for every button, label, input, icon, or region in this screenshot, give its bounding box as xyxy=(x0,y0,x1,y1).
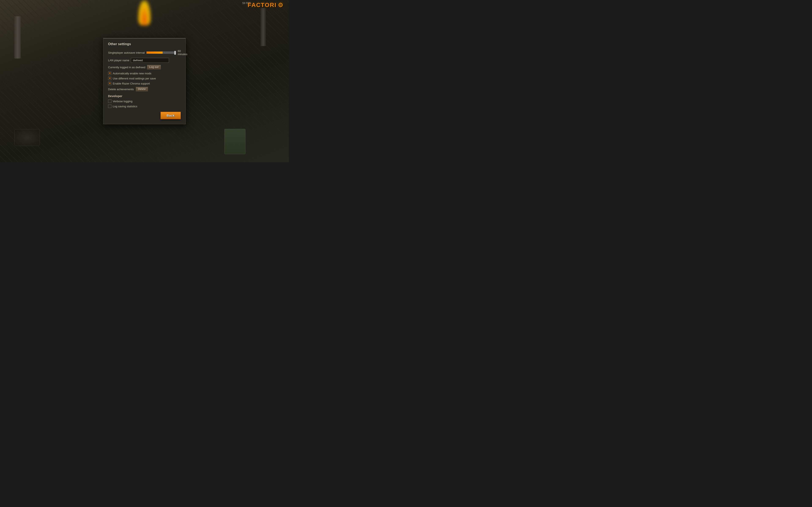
autosave-row: Singleplayer autosave interval 60 minute… xyxy=(108,49,181,56)
checkbox-razer-label: Enable Razer Chroma support xyxy=(113,82,150,85)
machine-decoration-right xyxy=(224,129,246,154)
autosave-slider-thumb xyxy=(174,51,176,55)
dialog-title: Other settings xyxy=(108,42,181,46)
autosave-slider-fill xyxy=(147,52,163,54)
logout-button[interactable]: Log out xyxy=(147,65,161,69)
lan-name-input[interactable] xyxy=(131,58,169,63)
checkbox-razer[interactable]: ✕ xyxy=(108,82,111,85)
delete-achievements-label: Delete achievements xyxy=(108,88,134,91)
logo-text: FACTORI xyxy=(248,2,276,8)
checkbox-auto-enable-label: Automatically enable new mods xyxy=(113,72,151,75)
logo-gear-icon: ⚙ xyxy=(278,2,285,8)
login-row: Currently logged in as dwfreed Log out xyxy=(108,65,181,69)
back-button[interactable]: Back xyxy=(160,112,181,119)
autosave-slider[interactable] xyxy=(146,51,176,54)
pipe-decoration-right xyxy=(260,8,266,46)
checkbox-row-auto-enable[interactable]: ✕ Automatically enable new mods xyxy=(108,72,181,75)
login-status-text: Currently logged in as dwfreed xyxy=(108,66,145,69)
checkbox-row-log-saving[interactable]: Log saving statistics xyxy=(108,105,181,108)
factorio-logo: FACTORI ⚙ xyxy=(248,2,285,8)
checkbox-verbose-label: Verbose logging xyxy=(113,100,133,103)
checkbox-row-mod-settings[interactable]: ✕ Use different mod settings per save xyxy=(108,77,181,80)
flame-effect xyxy=(138,0,151,25)
lan-name-row: LAN player name xyxy=(108,58,181,63)
other-settings-dialog: Other settings Singleplayer autosave int… xyxy=(103,38,186,124)
autosave-value: 60 minutes xyxy=(177,49,187,56)
checkbox-verbose[interactable] xyxy=(108,100,111,103)
checkbox-log-saving-label: Log saving statistics xyxy=(113,105,137,108)
developer-section-header: Developer xyxy=(108,95,181,98)
checkbox-log-saving[interactable] xyxy=(108,105,111,108)
autosave-label: Singleplayer autosave interval xyxy=(108,51,145,54)
checkbox-row-verbose[interactable]: Verbose logging xyxy=(108,100,181,103)
checkbox-mod-settings-label: Use different mod settings per save xyxy=(113,77,156,80)
back-button-row: Back xyxy=(108,112,181,119)
checkbox-mod-settings[interactable]: ✕ xyxy=(108,77,111,80)
delete-achievements-row: Delete achievements Delete xyxy=(108,87,181,92)
machine-decoration-left xyxy=(14,129,40,146)
checkbox-row-razer[interactable]: ✕ Enable Razer Chroma support xyxy=(108,82,181,85)
delete-achievements-button[interactable]: Delete xyxy=(136,87,148,92)
lan-name-label: LAN player name xyxy=(108,59,129,62)
checkbox-auto-enable[interactable]: ✕ xyxy=(108,72,111,75)
pipe-decoration-left xyxy=(14,16,21,59)
